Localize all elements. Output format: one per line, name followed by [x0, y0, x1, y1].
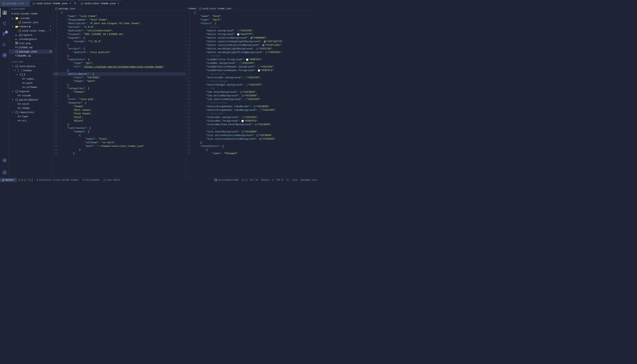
status-live-share[interactable]: Live Share	[102, 178, 121, 182]
outline-vscode[interactable]: abc vscode	[9, 94, 53, 98]
sidebar-item-readme[interactable]: M README.md	[9, 54, 53, 58]
outline-label-color: color	[22, 102, 30, 106]
outline-0[interactable]: ▼ {} 0	[9, 72, 53, 77]
outline-contributes[interactable]: ▼ {} contributes	[9, 64, 53, 68]
breadcrumb-sep-1: >	[197, 8, 198, 10]
outline-engines[interactable]: ▼ {} engines	[9, 89, 53, 94]
split-editor-btn[interactable]: ⧉	[73, 1, 77, 6]
line-5-right: 5 // Editor	[186, 25, 319, 29]
abc-icon-4: abc	[18, 94, 21, 97]
ln-12-r: 12	[186, 51, 193, 54]
chevron-0: ▼	[17, 74, 20, 76]
code-editor-left[interactable]: 1{ 2 "name": "void-theme", 3 "displayNam…	[53, 11, 186, 178]
outline-label-gallery: galleryBanner	[19, 98, 39, 101]
line-28-left: 28 "Dark theme",	[53, 108, 186, 112]
sidebar-item-package-json[interactable]: {} package.json M	[9, 50, 53, 54]
line-38-left: 38 "path": "./themes/void-color-theme.js…	[53, 144, 186, 148]
line-7-right: 7 "editor.foreground": "#eeffff",	[186, 32, 319, 36]
sidebar-item-launch-json[interactable]: {} launch.json	[9, 20, 53, 24]
line-1-right: 1{	[186, 11, 319, 14]
tab-close-package[interactable]: ×	[26, 2, 28, 5]
sidebar-item-void-color-theme[interactable]: {} void-color-them... 7	[9, 29, 53, 33]
git-branch[interactable]: master*	[0, 178, 17, 182]
ln-32-l: 32	[53, 123, 61, 126]
error-icon	[18, 179, 21, 181]
open-editors-header[interactable]: ▶ EXPLORER	[9, 7, 53, 11]
github-label: christopherkade	[218, 179, 238, 182]
line-36-left: 36 "label": "Void",	[53, 137, 186, 141]
sidebar-item-gitignore[interactable]: ◈ .gitignore	[9, 33, 53, 37]
tab-package-json[interactable]: {} package.json ×	[0, 0, 30, 7]
tab-close-void[interactable]: ×	[69, 2, 71, 5]
line-31-left: 31 "Black"	[53, 119, 186, 123]
status-file-type[interactable]: package.json	[299, 178, 318, 182]
code-editor-right[interactable]: 1{ 2 "name": "Void", 3 "type": "dark", 4…	[186, 11, 319, 178]
line-11-right: 11 "editor.wordHighlightBackground": "#3…	[186, 47, 319, 50]
ln-6-r: 6	[186, 29, 193, 32]
tab-close-right[interactable]: ×	[118, 2, 119, 5]
ln-29-l: 29	[53, 112, 61, 115]
outline-header[interactable]: ▼ OUTLINE	[9, 60, 53, 64]
ln-4-l: 4	[53, 22, 61, 25]
lc-20-l: "theme": "dark"	[61, 80, 186, 83]
package-json-modified-badge: M	[50, 50, 51, 53]
activity-settings[interactable]	[0, 168, 9, 177]
lc-38-l: "path": "./themes/void-color-theme.json"	[61, 145, 186, 148]
tab-label-2: void-color-theme.json	[36, 2, 68, 5]
line-23-right: 23 "tab.hoverBackground": "#313D5A",	[186, 90, 319, 94]
outline-type[interactable]: abc type	[9, 114, 53, 118]
ln-22-r: 22	[186, 87, 193, 90]
line-27-left: 27 "Theme",	[53, 105, 186, 108]
lc-20-r: // EditorWidget	[193, 80, 319, 83]
ln-14-r: 14	[186, 58, 193, 61]
void-theme-header[interactable]: ▼ VOID-VSCODE-THEME	[9, 12, 53, 16]
ln-8-l: 8	[53, 36, 61, 39]
outline-color[interactable]: abc color	[9, 102, 53, 106]
tab-void-theme-right[interactable]: {} void-color-theme.json ×	[78, 0, 122, 7]
ln-36-l: 36	[53, 138, 61, 140]
outline-themes[interactable]: ▼ [ ] themes	[9, 68, 53, 72]
breadcrumb-right: themes > {} void-color-theme.json > ...	[186, 7, 319, 11]
sidebar-item-icon-png[interactable]: 🖼 icon.png	[9, 41, 53, 46]
sidebar-item-vscodeignore[interactable]: ◈ .vscodeignore	[9, 37, 53, 41]
status-spaces[interactable]: Spaces: 4	[260, 178, 275, 182]
outline-theme[interactable]: abc theme	[9, 106, 53, 110]
activity-extensions[interactable]	[0, 51, 9, 60]
activity-run[interactable]	[0, 40, 9, 49]
sidebar-explorer-label: VOID-VSCODE-THEME	[14, 13, 38, 15]
activity-remote[interactable]	[0, 156, 9, 165]
lc-3-r: "type": "dark",	[193, 18, 319, 21]
lc-18-r: // ActivityBar	[193, 72, 319, 76]
status-line-ending[interactable]: LF	[285, 178, 290, 182]
activity-source-control[interactable]: 1	[0, 30, 9, 38]
line-30-right: 30 "statusBar.background": "#1E2435",	[186, 116, 319, 119]
line-10-right: 10 "editor.inactiveSelectionBackground":…	[186, 43, 319, 47]
outline-label-item[interactable]: abc label	[9, 77, 53, 81]
tab-void-theme[interactable]: {} void-color-theme.json ×	[30, 0, 73, 7]
outline-label-vscode: vscode	[22, 94, 31, 97]
status-errors[interactable]: 0 7 2	[17, 178, 35, 182]
status-encoding[interactable]: UTF-8	[275, 178, 285, 182]
outline-gallery-banner[interactable]: ▼ {} galleryBanner	[9, 98, 53, 102]
status-user[interactable]: Christopher	[81, 178, 102, 182]
lc-39-r: {	[193, 148, 319, 151]
outline-url[interactable]: abc url	[9, 118, 53, 123]
activity-files[interactable]	[0, 8, 9, 17]
abc-icon-3: abc	[22, 86, 26, 88]
outline-path[interactable]: abc path	[9, 81, 53, 85]
git-branch-icon	[2, 179, 5, 182]
ln-16-r: 16	[186, 65, 193, 68]
lc-35-r: "list.activeSelectionBackground": "#313D…	[193, 134, 319, 137]
status-position[interactable]: Ln 2, Col 26	[240, 178, 259, 182]
outline-repository[interactable]: ▼ {} repository	[9, 110, 53, 114]
lc-17-l: },	[61, 69, 186, 72]
status-extension[interactable]: Extension (void-vscode-theme)	[35, 178, 81, 182]
status-github[interactable]: christopherkade	[213, 178, 240, 182]
status-language[interactable]: json	[291, 178, 299, 182]
sidebar-item-license[interactable]: M LICENSE.md	[9, 46, 53, 50]
sidebar-item-vscode-folder[interactable]: ▶ 📁 .vscode	[9, 16, 53, 20]
sidebar-item-themes-folder[interactable]: ▼ 📂 themes 7	[9, 24, 53, 29]
outline-label-theme: theme	[22, 107, 30, 110]
outline-uitheme[interactable]: abc uiTheme	[9, 85, 53, 89]
activity-search[interactable]	[0, 19, 9, 28]
